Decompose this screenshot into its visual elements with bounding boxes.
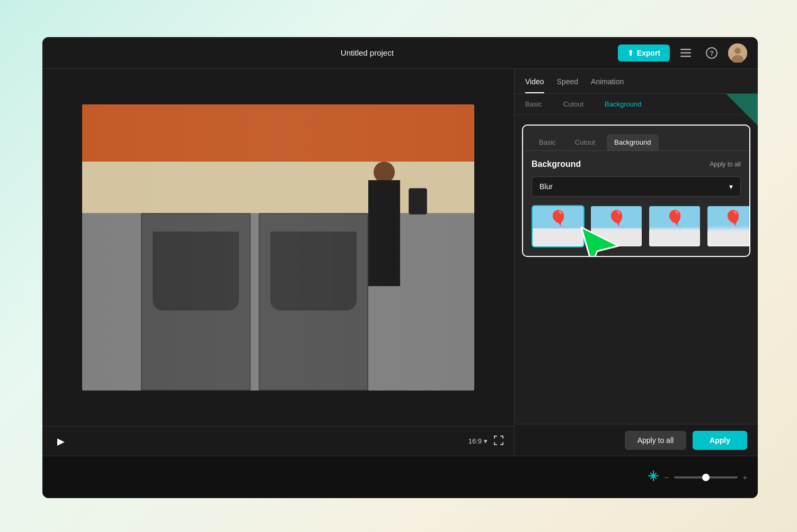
popup-apply-all-link[interactable]: Apply to all xyxy=(710,161,741,168)
popup-container: Basic Cutout Background Background Apply… xyxy=(515,115,758,424)
right-panel: Video Speed Animation Basic Cutout Backg… xyxy=(514,69,758,456)
sub-tab-cutout[interactable]: Cutout xyxy=(553,94,594,114)
timeline-area: − + xyxy=(42,456,758,498)
thumbnail-4[interactable]: 🎈 xyxy=(706,205,750,247)
header: Untitled project ⬆ Export ? xyxy=(42,37,758,69)
thumbnails-row: 🎈 🎈 xyxy=(532,205,741,247)
apply-to-all-button[interactable]: Apply to all xyxy=(625,431,686,450)
popup-panel: Basic Cutout Background Background Apply… xyxy=(522,125,750,257)
main-content: ▶ 16:9 ▾ Video Speed xyxy=(42,69,758,456)
zoom-out-button[interactable]: − xyxy=(665,473,669,482)
svg-point-6 xyxy=(734,48,741,54)
video-controls: ▶ 16:9 ▾ xyxy=(42,426,514,456)
zoom-in-button[interactable]: + xyxy=(743,473,747,482)
aspect-ratio-selector[interactable]: 16:9 ▾ xyxy=(468,437,488,445)
menu-button[interactable] xyxy=(676,47,695,59)
avatar[interactable] xyxy=(728,43,747,63)
cursor-arrow xyxy=(576,222,624,257)
popup-tab-cutout[interactable]: Cutout xyxy=(568,134,603,150)
play-button[interactable]: ▶ xyxy=(53,433,69,449)
zoom-slider-thumb xyxy=(702,474,710,481)
popup-tabs: Basic Cutout Background xyxy=(523,126,749,151)
project-title: Untitled project xyxy=(117,48,618,57)
popup-content: Background Apply to all Blur ▾ xyxy=(523,151,749,256)
timeline-snap-icon[interactable] xyxy=(648,470,659,484)
video-preview xyxy=(42,69,514,426)
video-frame xyxy=(82,104,474,391)
svg-marker-8 xyxy=(581,227,618,257)
upload-icon: ⬆ xyxy=(627,49,634,57)
subway-scene xyxy=(82,104,474,391)
popup-tab-basic[interactable]: Basic xyxy=(532,134,563,150)
help-button[interactable]: ? xyxy=(702,45,722,61)
thumbnail-inner-4: 🎈 xyxy=(707,206,750,246)
header-actions: ⬆ Export ? xyxy=(618,43,747,63)
sub-tab-background[interactable]: Background xyxy=(594,94,652,114)
svg-rect-1 xyxy=(680,52,691,54)
panel-tabs: Video Speed Animation xyxy=(515,69,758,94)
motion-blur xyxy=(82,104,474,391)
fullscreen-button[interactable] xyxy=(494,436,503,447)
bottom-bar: Apply to all Apply xyxy=(515,424,758,456)
video-area: ▶ 16:9 ▾ xyxy=(42,69,514,456)
tab-animation[interactable]: Animation xyxy=(591,77,624,93)
apply-button[interactable]: Apply xyxy=(693,431,747,450)
svg-rect-0 xyxy=(680,49,691,50)
svg-rect-2 xyxy=(680,56,691,57)
export-button[interactable]: ⬆ Export xyxy=(618,45,670,61)
popup-tab-background[interactable]: Background xyxy=(607,134,658,150)
blur-dropdown[interactable]: Blur ▾ xyxy=(532,176,741,197)
app-container: Untitled project ⬆ Export ? xyxy=(42,37,758,498)
tab-speed[interactable]: Speed xyxy=(557,77,578,93)
thumbnail-3[interactable]: 🎈 xyxy=(648,205,701,247)
svg-text:?: ? xyxy=(710,49,714,57)
thumbnail-inner-3: 🎈 xyxy=(649,206,700,246)
tab-video[interactable]: Video xyxy=(525,77,544,93)
sub-tab-basic[interactable]: Basic xyxy=(515,94,553,114)
sub-tabs-row: Basic Cutout Background xyxy=(515,94,758,115)
zoom-slider[interactable] xyxy=(674,476,738,478)
popup-header-row: Background Apply to all xyxy=(532,159,741,169)
popup-section-title: Background xyxy=(532,159,581,169)
